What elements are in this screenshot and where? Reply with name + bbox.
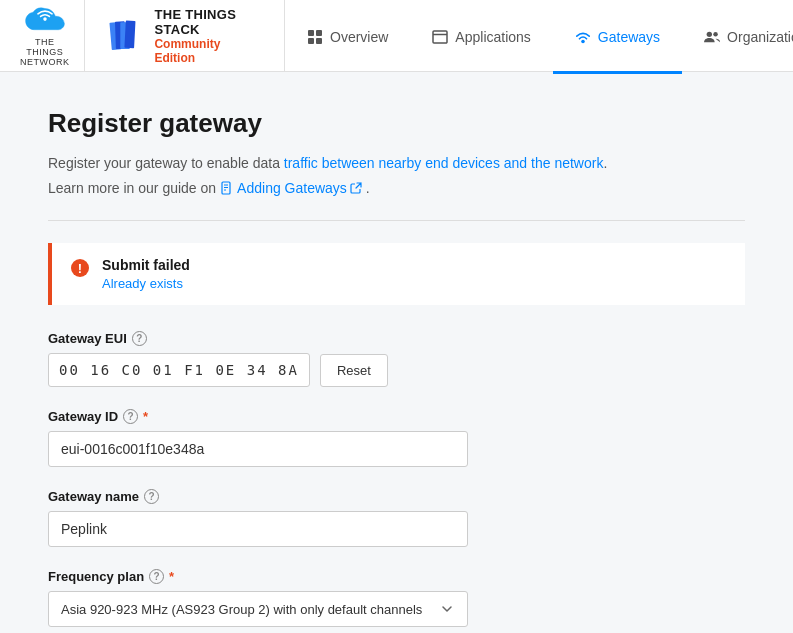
brand-subtitle: Community Edition [154,37,260,65]
svg-rect-9 [433,31,447,43]
header: THE THINGSNETWORK THE THINGS STACK Commu… [0,0,793,72]
svg-rect-6 [316,30,322,36]
ttn-logo[interactable]: THE THINGSNETWORK [0,0,85,71]
page-title: Register gateway [48,108,745,139]
svg-text:!: ! [78,261,82,276]
nav-organizations-label: Organizations [727,29,793,45]
grid-icon [307,29,323,45]
doc-icon [220,181,234,195]
frequency-plan-help-icon[interactable]: ? [149,569,164,584]
gateway-id-required: * [143,409,148,424]
nav-item-overview[interactable]: Overview [285,3,410,74]
gateway-icon [575,29,591,45]
nav-item-applications[interactable]: Applications [410,3,553,74]
gateway-id-label: Gateway ID ? * [48,409,745,424]
error-message: Already exists [102,276,190,291]
window-icon [432,29,448,45]
nav-overview-label: Overview [330,29,388,45]
gateway-id-help-icon[interactable]: ? [123,409,138,424]
frequency-plan-value: Asia 920-923 MHz (AS923 Group 2) with on… [61,602,439,617]
nav-applications-label: Applications [455,29,531,45]
adding-gateways-link[interactable]: Adding Gateways [220,180,362,196]
gateway-eui-label: Gateway EUI ? [48,331,745,346]
traffic-link[interactable]: traffic between nearby end devices and t… [284,155,604,171]
brand-book-icon [109,17,144,55]
adding-gateways-label: Adding Gateways [237,180,347,196]
svg-point-0 [43,17,47,21]
ttn-text-label: THE THINGSNETWORK [20,37,70,67]
chevron-down-icon [439,601,455,617]
gateway-name-input[interactable] [48,511,468,547]
error-title: Submit failed [102,257,190,273]
frequency-plan-group: Frequency plan ? * Asia 920-923 MHz (AS9… [48,569,745,627]
svg-point-12 [707,32,712,37]
gateway-eui-group: Gateway EUI ? 00 16 C0 01 F1 0E 34 8A Re… [48,331,745,387]
error-content: Submit failed Already exists [102,257,190,291]
nav-item-organizations[interactable]: Organizations [682,3,793,74]
reset-button[interactable]: Reset [320,354,388,387]
frequency-plan-label: Frequency plan ? * [48,569,745,584]
main-nav: Overview Applications Gateways [285,0,793,71]
external-link-icon [350,182,362,194]
ttn-cloud-icon [21,5,69,35]
section-divider [48,220,745,221]
learn-more: Learn more in our guide on Adding Gatewa… [48,180,745,196]
gateway-name-help-icon[interactable]: ? [144,489,159,504]
svg-point-13 [713,32,717,36]
brand-title: THE THINGS STACK [154,7,260,37]
gateway-name-group: Gateway name ? [48,489,745,547]
frequency-plan-required: * [169,569,174,584]
nav-gateways-label: Gateways [598,29,660,45]
gateway-id-input[interactable] [48,431,468,467]
users-icon [704,29,720,45]
frequency-plan-select[interactable]: Asia 920-923 MHz (AS923 Group 2) with on… [48,591,468,627]
svg-rect-7 [308,38,314,44]
learn-more-suffix: . [366,180,370,196]
eui-bytes-display: 00 16 C0 01 F1 0E 34 8A [48,353,310,387]
svg-rect-8 [316,38,322,44]
page-description: Register your gateway to enable data tra… [48,153,745,174]
header-brand: THE THINGS STACK Community Edition [85,0,285,71]
error-circle-icon: ! [70,258,90,278]
svg-rect-4 [124,20,135,48]
eui-input-row: 00 16 C0 01 F1 0E 34 8A Reset [48,353,745,387]
nav-item-gateways[interactable]: Gateways [553,3,682,74]
learn-more-prefix: Learn more in our guide on [48,180,216,196]
gateway-eui-help-icon[interactable]: ? [132,331,147,346]
error-box: ! Submit failed Already exists [48,243,745,305]
main-content: Register gateway Register your gateway t… [0,72,793,633]
gateway-id-group: Gateway ID ? * [48,409,745,467]
svg-rect-5 [308,30,314,36]
gateway-name-label: Gateway name ? [48,489,745,504]
svg-point-11 [581,40,585,44]
